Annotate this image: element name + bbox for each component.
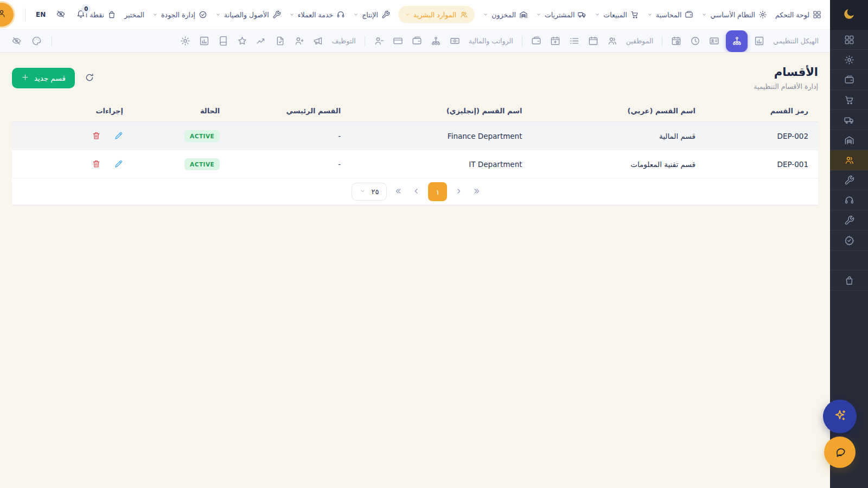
current-page-button[interactable]: ١ bbox=[428, 182, 447, 201]
sidebar-item-purchases[interactable] bbox=[830, 110, 868, 130]
toolbar-palette-button[interactable] bbox=[28, 32, 46, 50]
sidebar-item-inventory[interactable] bbox=[830, 130, 868, 150]
table-header-row: رمز القسماسم القسم (عربي)اسم القسم (إنجل… bbox=[12, 100, 818, 122]
wallet-icon bbox=[844, 75, 854, 85]
tool-org-structure-org-chart-button[interactable] bbox=[726, 30, 748, 52]
sidebar-item-quality[interactable] bbox=[830, 230, 868, 251]
toolbar-eye-slash-button[interactable] bbox=[8, 32, 25, 50]
new-department-button[interactable]: قسم جديد bbox=[12, 68, 75, 88]
nav-item-dashboard[interactable]: لوحة التحكم bbox=[775, 10, 821, 19]
tool-payroll-finance-money-button[interactable] bbox=[446, 32, 464, 50]
table-row[interactable]: DEP-001قسم تقنية المعلوماتIT Department-… bbox=[12, 150, 818, 178]
sidebar-item-accounting[interactable] bbox=[830, 70, 868, 90]
nav-item-purchases[interactable]: المشتريات bbox=[536, 10, 586, 19]
tool-employees-calendar-button[interactable] bbox=[584, 32, 602, 50]
nav-item-quality[interactable]: إدارة الجودة bbox=[152, 10, 207, 19]
tool-recruitment-gear-button[interactable] bbox=[176, 32, 194, 50]
sidebar-item-hr[interactable] bbox=[830, 150, 868, 170]
cell-name-ar: قسم المالية bbox=[532, 122, 705, 150]
next-page-button[interactable] bbox=[452, 185, 465, 199]
tool-recruitment-doc-check-button[interactable] bbox=[271, 32, 289, 50]
tool-recruitment-trending-up-button[interactable] bbox=[252, 32, 270, 50]
tool-recruitment-person-plus-button[interactable] bbox=[290, 32, 308, 50]
tool-org-structure-clock-button[interactable] bbox=[686, 32, 704, 50]
sidebar-item-core-system[interactable] bbox=[830, 50, 868, 70]
sidebar-item-pos[interactable] bbox=[830, 271, 868, 291]
tool-recruitment-megaphone-button[interactable] bbox=[309, 32, 327, 50]
trash-icon bbox=[92, 131, 101, 140]
departments-table: رمز القسماسم القسم (عربي)اسم القسم (إنجل… bbox=[12, 100, 818, 178]
tool-employees-wallet-button[interactable] bbox=[527, 32, 545, 50]
chevron-down-icon bbox=[483, 12, 488, 17]
nav-item-lab[interactable]: المختبر bbox=[124, 11, 144, 19]
tool-org-structure-bar-chart-button[interactable] bbox=[750, 32, 768, 50]
gear-icon bbox=[844, 55, 854, 65]
org-chart-icon bbox=[431, 36, 441, 46]
notifications-button[interactable]: 0 bbox=[76, 9, 86, 21]
nav-item-inventory[interactable]: المخزون bbox=[483, 10, 528, 19]
column-header-status: الحالة bbox=[133, 100, 229, 122]
doc-check-icon bbox=[275, 36, 285, 46]
sidebar-item-assets-maintenance[interactable] bbox=[830, 210, 868, 230]
tool-recruitment-star-button[interactable] bbox=[233, 32, 251, 50]
sidebar-item-lab[interactable] bbox=[830, 251, 868, 271]
app-root: لوحة التحكمالنظام الأساسيالمحاسبةالمبيعا… bbox=[0, 0, 868, 488]
cell-name-en: IT Department bbox=[350, 150, 532, 178]
user-avatar[interactable] bbox=[0, 3, 14, 27]
sidebar-item-production[interactable] bbox=[830, 170, 868, 190]
nav-item-sales[interactable]: المبيعات bbox=[595, 10, 639, 19]
nav-item-assets-maintenance[interactable]: الأصول والصيانة bbox=[215, 10, 281, 19]
ai-assistant-button[interactable] bbox=[823, 400, 857, 433]
nav-item-pos[interactable]: نقطة البيع bbox=[86, 10, 116, 19]
first-page-button[interactable] bbox=[392, 185, 405, 199]
last-page-button[interactable] bbox=[470, 185, 483, 199]
tool-payroll-finance-wallet-button[interactable] bbox=[408, 32, 426, 50]
refresh-button[interactable] bbox=[85, 73, 94, 84]
sidebar-item-customer-service[interactable] bbox=[830, 190, 868, 210]
chevrons-right-icon bbox=[473, 187, 481, 197]
nav-item-production[interactable]: الإنتاج bbox=[353, 10, 390, 19]
calendar-plus-icon bbox=[550, 36, 560, 46]
toolbar-divider bbox=[52, 36, 52, 47]
sparkle-icon bbox=[833, 408, 847, 425]
tool-employees-list-button[interactable] bbox=[565, 32, 583, 50]
tool-payroll-finance-person-minus-button[interactable] bbox=[370, 32, 388, 50]
tool-payroll-finance-credit-card-button[interactable] bbox=[389, 32, 407, 50]
chevron-down-icon bbox=[405, 12, 410, 17]
sidebar-item-sales[interactable] bbox=[830, 90, 868, 110]
previous-page-button[interactable] bbox=[410, 185, 423, 199]
delete-row-button[interactable] bbox=[92, 131, 101, 140]
chevrons-left-icon bbox=[394, 187, 403, 197]
tool-org-structure-id-card-button[interactable] bbox=[705, 32, 723, 50]
plus-icon bbox=[21, 73, 29, 81]
page-subtitle: إدارة الأقسام التنظيمية bbox=[754, 82, 818, 91]
module-nav: لوحة التحكمالنظام الأساسيالمحاسبةالمبيعا… bbox=[86, 6, 821, 23]
edit-row-button[interactable] bbox=[114, 131, 123, 140]
tool-payroll-finance-org-chart-button[interactable] bbox=[427, 32, 445, 50]
nav-item-label: المبيعات bbox=[603, 11, 627, 19]
visibility-toggle-button[interactable] bbox=[56, 9, 66, 21]
toolbar-divider bbox=[662, 36, 662, 47]
brand-logo[interactable] bbox=[830, 0, 868, 30]
tool-employees-people-button[interactable] bbox=[603, 32, 621, 50]
tool-employees-calendar-plus-button[interactable] bbox=[546, 32, 564, 50]
trending-up-icon bbox=[256, 36, 266, 46]
nav-item-customer-service[interactable]: خدمة العملاء bbox=[289, 10, 346, 19]
chat-support-button[interactable] bbox=[824, 436, 856, 468]
nav-item-accounting[interactable]: المحاسبة bbox=[647, 10, 693, 19]
sidebar-item-dashboard[interactable] bbox=[830, 30, 868, 50]
tool-recruitment-bar-chart-button[interactable] bbox=[195, 32, 213, 50]
chevron-down-icon bbox=[647, 12, 653, 17]
nav-item-hr[interactable]: الموارد البشرية bbox=[398, 6, 475, 23]
page-size-select[interactable]: ٢٥ bbox=[352, 183, 387, 201]
chevrons-left-icon bbox=[394, 187, 403, 195]
tool-org-structure-calendar-clock-button[interactable] bbox=[667, 32, 685, 50]
table-row[interactable]: DEP-002قسم الماليةFinance Department-ACT… bbox=[12, 122, 818, 150]
language-toggle-button[interactable]: EN bbox=[36, 11, 46, 18]
crescent-moon-icon bbox=[842, 7, 856, 21]
nav-item-core-system[interactable]: النظام الأساسي bbox=[701, 10, 767, 19]
people-icon bbox=[459, 10, 468, 19]
delete-row-button[interactable] bbox=[92, 159, 101, 169]
tool-recruitment-book-button[interactable] bbox=[214, 32, 232, 50]
edit-row-button[interactable] bbox=[114, 159, 123, 169]
